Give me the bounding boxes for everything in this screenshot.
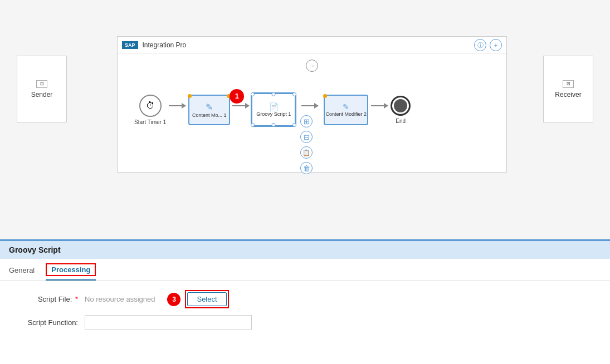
script-file-label: Script File: * (22, 295, 78, 303)
receiver-icon: ⊡ (563, 80, 574, 88)
arrow-2 (232, 105, 249, 106)
content-modifier2-node: ✎ Content Modifier 2 (324, 95, 368, 125)
flow-area: → ⏱ Start Timer 1 1 ✎ Content Mo... 1 (118, 54, 506, 165)
script-function-input[interactable] (85, 315, 252, 329)
content-modifier1-label: Content Mo... 1 (192, 112, 227, 118)
timer-circle[interactable]: ⏱ (139, 95, 162, 117)
corner-dot-tl (188, 94, 192, 98)
sender-icon: ⊡ (36, 80, 47, 88)
receiver-label: Receiver (555, 91, 581, 99)
integration-title: Integration Pro (143, 41, 474, 49)
resize-dot-tr (292, 92, 296, 96)
panel-content: Script File: * No resource assigned 3 Se… (0, 281, 610, 345)
no-resource-text: No resource assigned (85, 295, 155, 303)
select-area: 3 Select (167, 290, 228, 308)
panel-title: Groovy Script (9, 245, 61, 254)
content-modifier2-label: Content Modifier 2 (325, 111, 367, 117)
groovy-script-node: 📄 Groovy Script 1 ⊞ ⊟ 📋 🗑 (251, 93, 296, 126)
context-paste-btn[interactable]: ⊟ (300, 131, 313, 143)
resize-dot-tm (272, 92, 276, 96)
content-modifier1-node: 1 ✎ Content Mo... 1 (188, 95, 230, 125)
end-node: End (391, 96, 411, 124)
arrow-1 (169, 105, 186, 106)
add-button[interactable]: + (490, 39, 502, 51)
resize-dot-bm (272, 123, 276, 127)
sender-label: Sender (31, 91, 53, 99)
start-timer-node: ⏱ Start Timer 1 (134, 95, 166, 125)
receiver-box: ⊡ Receiver (543, 56, 593, 122)
panel-header: Groovy Script (0, 241, 610, 259)
resize-dot-tl (251, 92, 255, 96)
content-modifier2-box[interactable]: ✎ Content Modifier 2 (324, 95, 368, 125)
script-function-row: Script Function: (22, 315, 588, 329)
end-circle (391, 96, 411, 116)
tab-processing-box: Processing (46, 263, 96, 276)
sender-box: ⊡ Sender (17, 56, 67, 122)
content-modifier1-box[interactable]: ✎ Content Mo... 1 (188, 95, 230, 125)
flow-right-icon[interactable]: → (306, 60, 318, 72)
annotation-badge-1: 1 (230, 89, 244, 104)
context-delete-btn[interactable]: 🗑 (300, 162, 313, 174)
panel-tabs: General Processing 2 (0, 259, 610, 281)
resize-dot-bl (251, 123, 255, 127)
context-copy-btn[interactable]: ⊞ (300, 115, 313, 127)
canvas-area: ⊡ Sender ⊡ Receiver SAP Integration Pro … (0, 0, 610, 239)
info-button[interactable]: ⓘ (474, 39, 486, 51)
context-info-btn[interactable]: 📋 (300, 146, 313, 159)
sap-logo: SAP (122, 41, 138, 49)
script-file-row: Script File: * No resource assigned 3 Se… (22, 290, 588, 308)
resize-dot-br (292, 123, 296, 127)
select-button[interactable]: Select (187, 292, 226, 306)
header-icons: ⓘ + (474, 39, 502, 51)
start-timer-label: Start Timer 1 (134, 119, 166, 125)
script-function-label: Script Function: (22, 318, 78, 327)
integration-header: SAP Integration Pro ⓘ + (118, 37, 506, 54)
tab-general[interactable]: General (9, 266, 35, 278)
required-star: * (75, 295, 78, 303)
corner-dot2-tl (323, 94, 327, 98)
arrow-3 (301, 105, 318, 106)
select-button-box: Select (185, 290, 228, 308)
groovy-script-box[interactable]: 📄 Groovy Script 1 (251, 93, 296, 126)
end-label: End (396, 118, 406, 124)
arrow-4 (371, 105, 388, 106)
end-inner (394, 99, 407, 112)
context-menu: ⊞ ⊟ 📋 🗑 (300, 115, 313, 174)
integration-process-box: SAP Integration Pro ⓘ + → ⏱ Start Timer … (117, 36, 507, 173)
groovy-script-label: Groovy Script 1 (256, 111, 291, 117)
bottom-panel: Groovy Script General Processing 2 Scrip… (0, 239, 610, 364)
annotation-badge-3: 3 (167, 293, 180, 306)
tab-processing[interactable]: Processing 2 (46, 263, 96, 281)
